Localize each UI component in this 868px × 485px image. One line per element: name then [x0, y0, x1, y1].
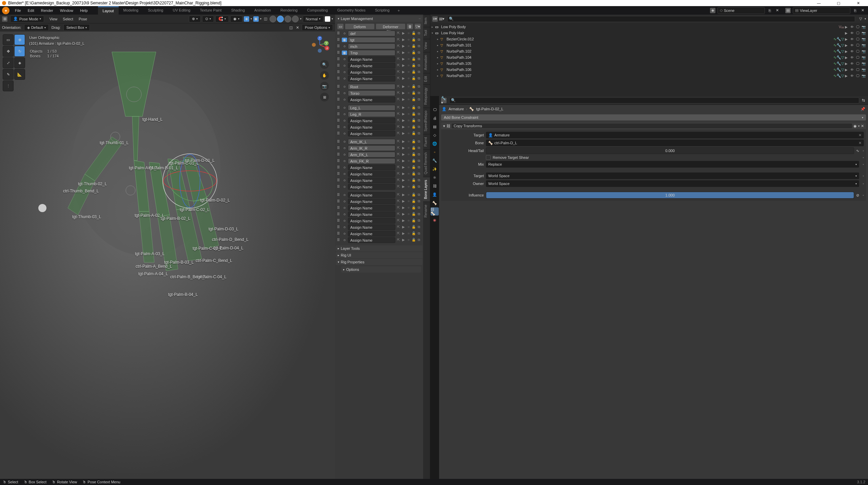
visibility-toggle[interactable]: ○ — [342, 118, 347, 123]
anim-dot[interactable]: • — [863, 149, 864, 153]
layer-name-field[interactable]: Arm_IK_R — [348, 145, 395, 151]
visibility-toggle[interactable]: ○ — [342, 172, 347, 176]
visibility-toggle[interactable]: ○ — [342, 125, 347, 129]
ntab-speedretopo[interactable]: SpeedRetopo — [423, 108, 430, 134]
workspace-geometry-nodes[interactable]: Geometry Nodes — [333, 6, 370, 15]
persp-icon[interactable]: ⊞ — [320, 93, 329, 101]
dot-icon[interactable]: ○ — [406, 38, 411, 42]
dot-icon[interactable]: ○ — [406, 57, 411, 61]
group-icon[interactable]: ⧉ — [416, 199, 421, 203]
visibility-toggle[interactable]: ○ — [342, 31, 347, 35]
group-icon[interactable]: ⧉ — [416, 91, 421, 95]
dot-icon[interactable]: ○ — [406, 44, 411, 48]
render-vis-icon[interactable]: 📷 — [861, 43, 866, 47]
layer-name-field[interactable]: Assign Name — [348, 178, 395, 183]
viewport-vis-icon[interactable]: 🖵 — [855, 37, 860, 41]
link-icon[interactable]: ⇱ — [396, 231, 401, 236]
dot-icon[interactable]: ○ — [406, 51, 411, 55]
select-icon[interactable]: ▶ — [401, 76, 406, 80]
delete-constraint[interactable]: ✕ — [861, 124, 864, 128]
drag-handle-icon[interactable]: ⠿ — [337, 57, 341, 61]
layer-name-field[interactable]: Assign Name — [348, 237, 395, 243]
dot-icon[interactable]: ○ — [406, 165, 411, 169]
influence-slider[interactable]: 1.000 — [486, 192, 854, 199]
workspace-layout[interactable]: Layout — [98, 6, 119, 15]
visibility-toggle[interactable]: ○ — [342, 178, 347, 182]
visibility-toggle[interactable]: ○ — [342, 185, 347, 189]
dot-icon[interactable]: ○ — [406, 193, 411, 197]
layer-name-field[interactable]: Torso — [348, 90, 395, 96]
group-icon[interactable]: ⧉ — [416, 112, 421, 116]
link-icon[interactable]: ⇱ — [396, 193, 401, 197]
restrict-select-icon[interactable]: ▶ — [844, 68, 849, 72]
group-icon[interactable]: ⧉ — [416, 165, 421, 169]
drag-handle-icon[interactable]: ⠿ — [337, 44, 341, 49]
lock-icon[interactable]: 🔓 — [411, 76, 416, 80]
visibility-toggle[interactable]: ○ — [342, 91, 347, 95]
layer-name-field[interactable]: Assign Name — [348, 165, 395, 170]
drag-handle-icon[interactable]: ⠿ — [337, 159, 341, 163]
lock-icon[interactable]: 🔓 — [411, 112, 416, 116]
eye-icon[interactable]: 👁 — [850, 31, 854, 35]
viewlayer-field[interactable]: ▤ ViewLayer — [793, 7, 850, 14]
group-icon[interactable]: ⧉ — [416, 146, 421, 150]
scene-new-button[interactable]: ⎘ — [767, 8, 772, 13]
visibility-toggle[interactable]: ○ — [342, 159, 347, 163]
select-icon[interactable]: ▶ — [401, 44, 406, 48]
obj-constraints-tab[interactable]: ⛓ — [431, 182, 439, 190]
viewport-vis-icon[interactable]: 🖵 — [855, 31, 860, 35]
drag-handle-icon[interactable]: ⠿ — [337, 125, 341, 129]
visibility-toggle[interactable]: ○ — [342, 112, 347, 116]
dot-icon[interactable]: ○ — [406, 212, 411, 216]
layer-name-field[interactable]: Assign Name — [348, 118, 395, 124]
dot-icon[interactable]: ○ — [406, 238, 411, 242]
drag-field[interactable]: Select Box▾ — [63, 24, 90, 31]
group-icon[interactable]: ⧉ — [416, 38, 421, 42]
link-icon[interactable]: ⇱ — [396, 38, 401, 42]
dot-icon[interactable]: ○ — [406, 199, 411, 203]
select-icon[interactable]: ▶ — [401, 152, 406, 156]
tree-row[interactable]: ▸▽NurbsPath.107 ∿ 🔧 ▽▶👁🖵📷 — [430, 73, 868, 79]
scene-browse-icon[interactable]: ◈ — [710, 8, 715, 13]
lock-icon[interactable]: 🔓 — [411, 178, 416, 182]
drag-handle-icon[interactable]: ⠿ — [337, 51, 341, 55]
ntab-item[interactable]: Item — [423, 15, 430, 27]
blender-logo-icon[interactable]: ◈ — [2, 7, 9, 14]
visibility-toggle[interactable]: ○ — [342, 57, 347, 61]
x-btn[interactable]: ✕ — [295, 25, 300, 30]
layer-icon-btn[interactable]: ▭ — [337, 23, 344, 30]
eye-icon[interactable]: 👁 — [850, 62, 854, 66]
deformer-filter-button[interactable]: Deformer Filter — [376, 23, 406, 30]
link-icon[interactable]: ⇱ — [396, 219, 401, 223]
tree-row[interactable]: ▸▽NurbsPath.102 ∿ 🔧 ▽▶👁🖵📷 — [430, 48, 868, 54]
drag-handle-icon[interactable]: ⠿ — [337, 76, 341, 81]
group-icon[interactable]: ⧉ — [416, 106, 421, 110]
group-icon[interactable]: ⧉ — [416, 131, 421, 135]
drag-handle-icon[interactable]: ⠿ — [337, 225, 341, 229]
dot-icon[interactable]: ○ — [406, 172, 411, 176]
layer-management-header[interactable]: ▾Layer Management ┅ — [336, 16, 422, 22]
visibility-toggle[interactable]: ○ — [342, 238, 347, 242]
workspace-uv-editing[interactable]: UV Editing — [168, 6, 195, 15]
visibility-toggle[interactable]: ○ — [342, 106, 347, 110]
restrict-select-icon[interactable]: ▶ — [844, 31, 849, 35]
link-icon[interactable]: ⇱ — [396, 31, 401, 35]
drag-handle-icon[interactable]: ⠿ — [337, 118, 341, 123]
layer-name-field[interactable]: Tmp — [348, 50, 395, 56]
group-icon[interactable]: ⧉ — [416, 159, 421, 163]
layer-name-field[interactable]: Assign Name — [348, 192, 395, 198]
particles-tab[interactable]: ✨ — [431, 165, 439, 173]
layer-name-field[interactable]: Assign Name — [348, 69, 395, 75]
anim-dot-3[interactable]: • — [863, 162, 864, 166]
drag-handle-icon[interactable]: ⠿ — [337, 63, 341, 68]
visibility-toggle[interactable]: ○ — [342, 193, 347, 197]
select-icon[interactable]: ▶ — [401, 57, 406, 61]
drag-handle-icon[interactable]: ⠿ — [337, 97, 341, 102]
object-tab[interactable]: ▫ — [431, 148, 439, 156]
render-vis-icon[interactable]: 📷 — [861, 37, 866, 41]
group-icon[interactable]: ⧉ — [416, 51, 421, 55]
visibility-toggle[interactable]: ◉ — [342, 51, 347, 55]
render-vis-icon[interactable]: 📷 — [861, 50, 866, 53]
viewport-vis-icon[interactable]: 🖵 — [855, 68, 860, 72]
zoom-icon[interactable]: 🔍 — [320, 60, 329, 69]
